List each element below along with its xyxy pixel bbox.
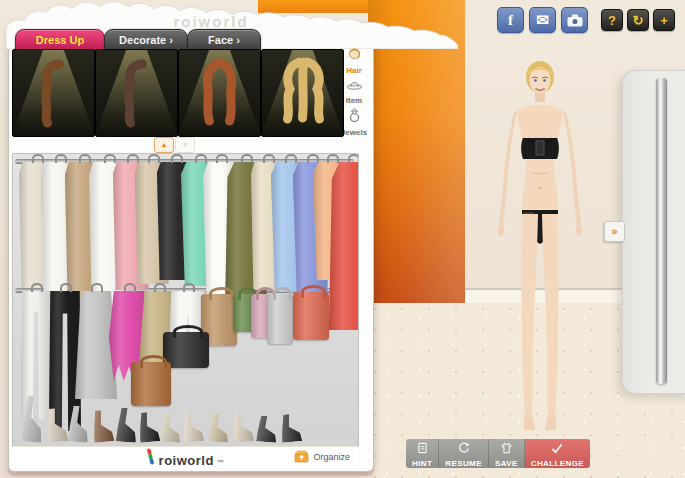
organize-label: Organize — [313, 452, 350, 462]
challenge-button[interactable]: CHALLENGE — [525, 439, 590, 468]
category-label: Item — [346, 96, 362, 105]
share-buttons: f✉ — [497, 7, 588, 33]
hair-preview — [262, 54, 343, 132]
tab-decorate[interactable]: Decorate › — [104, 29, 188, 51]
action-label: SAVE — [495, 459, 518, 468]
hanger-hook — [154, 283, 166, 292]
hanger-hook — [171, 154, 183, 163]
category-label: Hair — [346, 66, 362, 75]
dark-brown-side-ponytail[interactable] — [95, 49, 178, 137]
panel-footer: roiworld ™ Organize — [12, 446, 357, 468]
hanger-hook — [91, 283, 103, 292]
hair-icon — [346, 44, 363, 65]
item-icon — [346, 76, 363, 95]
hanger-hook — [148, 154, 160, 163]
camera-icon[interactable] — [561, 7, 588, 33]
save-button[interactable]: SAVE — [489, 439, 525, 468]
hanger-hook — [327, 154, 339, 163]
closet-item-bag[interactable] — [293, 292, 329, 340]
feather-icon — [145, 448, 156, 465]
jewels-icon — [347, 107, 362, 127]
closet-item-shoe[interactable] — [280, 413, 302, 443]
utility-buttons: ?↻+ — [601, 9, 675, 31]
hanger-hook — [348, 154, 359, 163]
hanger-hook — [285, 154, 297, 163]
closet-item-shoe[interactable] — [232, 411, 255, 443]
hanger-hook — [32, 154, 44, 163]
scroll-down-button[interactable]: ▼ — [175, 137, 195, 153]
hanger-hook — [307, 154, 319, 163]
organize-box-icon — [294, 450, 309, 463]
trademark: ™ — [217, 459, 225, 466]
hanger-hook — [124, 283, 136, 292]
category-label: Jewels — [341, 128, 367, 137]
closet-item-shoe[interactable] — [182, 411, 205, 443]
auburn-long-hair[interactable] — [178, 49, 261, 137]
action-label: HINT — [412, 459, 432, 468]
closet-item-shoe[interactable] — [160, 413, 182, 442]
hair-preview — [13, 54, 94, 132]
footer-logo-text: roiworld — [159, 453, 214, 468]
hanger-hook — [104, 154, 116, 163]
hanger-hook — [55, 154, 67, 163]
brown-side-ponytail[interactable] — [12, 49, 95, 137]
game-stage: » f✉ ?↻+ roiworld HairItemJewels roiworl… — [0, 0, 685, 478]
hanger-hook — [31, 283, 43, 292]
help-icon[interactable]: ? — [601, 9, 623, 31]
closet-item-bag[interactable] — [131, 362, 171, 406]
hanger-hook — [60, 283, 72, 292]
hint-icon — [417, 440, 428, 458]
challenge-icon — [551, 440, 563, 458]
hair-preview — [96, 54, 177, 132]
facebook-icon[interactable]: f — [497, 7, 524, 33]
tab-face[interactable]: Face › — [187, 29, 261, 51]
reset-icon[interactable]: ↻ — [627, 9, 649, 31]
action-bar: HINTRESUMESAVECHALLENGE — [406, 439, 590, 468]
closet-item-shoe[interactable] — [92, 409, 115, 443]
scroll-up-button[interactable]: ▲ — [154, 137, 174, 153]
hanger-hook — [216, 154, 228, 163]
closet-item-shoe[interactable] — [116, 407, 138, 442]
hanger-hook — [127, 154, 139, 163]
resume-button[interactable]: RESUME — [439, 439, 489, 468]
closet-item-shoe[interactable] — [208, 413, 230, 442]
mail-icon[interactable]: ✉ — [529, 7, 556, 33]
action-label: RESUME — [445, 459, 482, 468]
closet-item-shoe[interactable] — [256, 415, 278, 442]
hanger-hook — [183, 283, 195, 292]
closet-item-bag[interactable] — [267, 294, 293, 344]
dress-up-model[interactable] — [470, 52, 610, 444]
hanger-hook — [79, 154, 91, 163]
hair-preview — [179, 54, 260, 132]
closet-item-pants[interactable] — [21, 291, 51, 419]
hanger-hook — [241, 154, 253, 163]
resume-icon — [458, 440, 470, 458]
blonde-curly-hair[interactable] — [261, 49, 344, 137]
chevron-right-icon: » — [611, 225, 617, 237]
add-icon[interactable]: + — [653, 9, 675, 31]
organize-button[interactable]: Organize — [294, 450, 350, 463]
roiworld-logo: roiworld ™ — [145, 448, 225, 468]
tab-dressup[interactable]: Dress Up — [15, 29, 105, 51]
hint-button[interactable]: HINT — [406, 439, 439, 468]
hanger-hook — [263, 154, 275, 163]
save-icon — [500, 440, 513, 458]
closet-area — [12, 153, 359, 447]
closet-item-shoe[interactable] — [138, 411, 161, 443]
hanger-hook — [195, 154, 207, 163]
action-label: CHALLENGE — [531, 459, 584, 468]
orange-wall — [368, 0, 465, 304]
drawer-handle-strip — [656, 78, 667, 384]
closet-item-dress[interactable] — [329, 162, 359, 330]
side-drawer-panel — [622, 70, 685, 394]
